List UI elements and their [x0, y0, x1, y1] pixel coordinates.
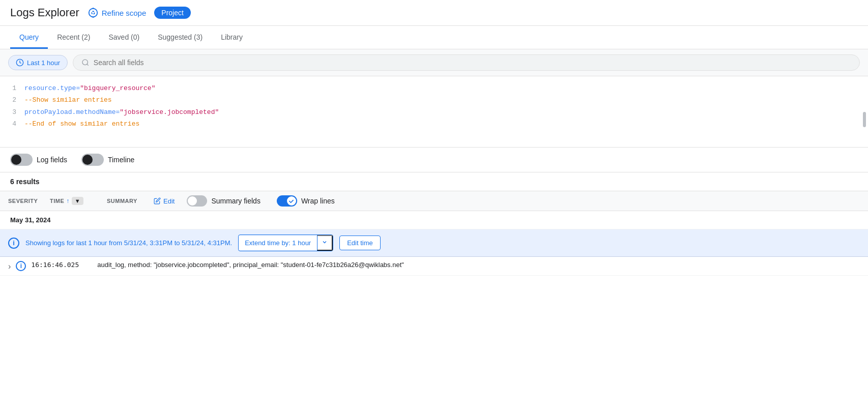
tabs-bar: Query Recent (2) Saved (0) Suggested (3)…: [0, 26, 868, 49]
edit-button[interactable]: Edit: [154, 197, 175, 205]
extend-time-main-button[interactable]: Extend time by: 1 hour: [239, 236, 317, 250]
tab-recent[interactable]: Recent (2): [48, 26, 99, 49]
svg-line-6: [87, 64, 89, 66]
timeline-label: Timeline: [108, 156, 134, 164]
edit-time-button[interactable]: Edit time: [339, 236, 381, 250]
info-banner-text: Showing logs for last 1 hour from 5/31/2…: [25, 239, 232, 247]
log-content: audit_log, method: "jobservice.jobcomple…: [97, 261, 860, 269]
query-line-1: 1 resource.type="bigquery_resource": [10, 82, 858, 94]
refine-scope-button[interactable]: Refine scope: [88, 7, 147, 18]
svg-point-1: [92, 11, 95, 14]
info-icon: i: [8, 238, 19, 249]
app-header: Logs Explorer Refine scope Project: [0, 0, 868, 26]
log-fields-toggle-item: Log fields: [10, 154, 67, 166]
time-column-header[interactable]: TIME ↑ ▼: [50, 197, 101, 205]
wrap-lines-toggle[interactable]: [277, 195, 297, 207]
tab-suggested[interactable]: Suggested (3): [149, 26, 212, 49]
log-fields-label: Log fields: [37, 156, 67, 164]
svg-point-0: [89, 9, 98, 17]
severity-column-header: SEVERITY: [8, 198, 44, 204]
query-editor[interactable]: 1 resource.type="bigquery_resource" 2 --…: [0, 76, 868, 148]
extend-time-dropdown-button[interactable]: [317, 235, 333, 251]
search-input[interactable]: [94, 58, 851, 67]
search-field[interactable]: [73, 54, 860, 71]
time-dropdown-button[interactable]: ▼: [72, 197, 83, 205]
search-bar-area: Last 1 hour: [0, 49, 868, 76]
project-badge[interactable]: Project: [154, 7, 191, 19]
summary-fields-toggle-item: Summary fields: [187, 195, 260, 207]
sort-up-arrow-icon: ↑: [66, 197, 70, 204]
clock-icon: [16, 58, 24, 67]
tab-library[interactable]: Library: [212, 26, 252, 49]
results-count: 6 results: [0, 172, 868, 191]
timeline-toggle-item: Timeline: [81, 154, 134, 166]
search-icon: [81, 58, 90, 67]
summary-fields-label: Summary fields: [211, 197, 260, 205]
chevron-down-icon: [322, 239, 328, 245]
extend-time-button[interactable]: Extend time by: 1 hour: [238, 234, 333, 251]
svg-point-5: [82, 60, 88, 65]
summary-fields-toggle[interactable]: [187, 195, 207, 207]
wrap-lines-label: Wrap lines: [301, 197, 335, 205]
summary-column-header: SUMMARY: [107, 198, 148, 204]
app-title: Logs Explorer: [10, 6, 79, 19]
tab-saved[interactable]: Saved (0): [99, 26, 149, 49]
query-line-4: 4 --End of show similar entries: [10, 118, 858, 130]
toggle-area: Log fields Timeline: [0, 148, 868, 172]
table-header: SEVERITY TIME ↑ ▼ SUMMARY Edit Summary f…: [0, 191, 868, 211]
tab-query[interactable]: Query: [10, 26, 48, 49]
info-banner: i Showing logs for last 1 hour from 5/31…: [0, 229, 868, 257]
scope-icon: [88, 7, 99, 18]
timeline-toggle[interactable]: [81, 154, 104, 166]
edit-icon: [154, 197, 161, 204]
query-line-3: 3 protoPayload.methodName="jobservice.jo…: [10, 106, 858, 118]
time-range-button[interactable]: Last 1 hour: [8, 55, 68, 70]
refine-scope-label: Refine scope: [102, 9, 147, 17]
wrap-lines-toggle-item: Wrap lines: [277, 195, 335, 207]
expand-icon[interactable]: ›: [8, 261, 11, 271]
date-group-header: May 31, 2024: [0, 211, 868, 229]
log-timestamp: 16:16:46.025: [31, 261, 92, 269]
log-row: › i 16:16:46.025 audit_log, method: "job…: [0, 257, 868, 276]
checkmark-icon: [288, 198, 294, 204]
log-fields-toggle[interactable]: [10, 154, 33, 166]
log-info-icon: i: [16, 261, 26, 271]
scrollbar[interactable]: [863, 112, 866, 127]
query-line-2: 2 --Show similar entries: [10, 94, 858, 106]
